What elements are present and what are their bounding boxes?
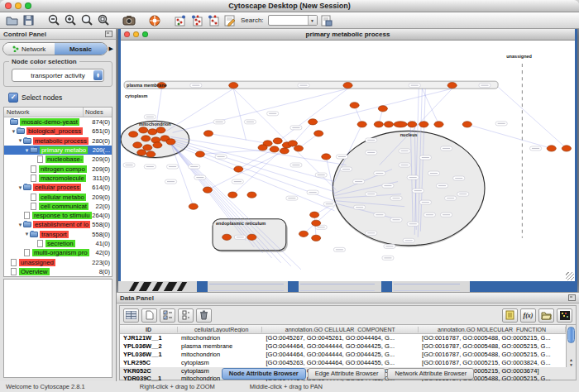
tree-row[interactable]: cellular metabo209(0) — [4, 192, 112, 201]
tree-row[interactable]: ▼metabolic process280(0) — [4, 136, 112, 146]
tree-row[interactable]: unassigned223(0) — [4, 257, 112, 266]
import-attributes-icon[interactable] — [538, 308, 554, 323]
attribute-grid-icon[interactable] — [123, 308, 139, 323]
network-window-titlebar[interactable]: primary metabolic process — [121, 29, 575, 41]
cytoplasm-label: cytoplasm — [125, 93, 147, 98]
expand-network-icon[interactable] — [173, 14, 188, 27]
save-icon[interactable] — [21, 14, 36, 27]
expand-arrow-icon[interactable]: ▼ — [24, 232, 30, 237]
help-ring-icon[interactable] — [147, 14, 162, 27]
unselect-attributes-icon[interactable] — [178, 308, 194, 323]
tree-row[interactable]: response to stimulu264(0) — [4, 211, 112, 220]
function-builder-icon[interactable]: f(x) — [520, 308, 536, 323]
tree-row[interactable]: ▼primary metabo209(... — [4, 146, 112, 155]
scrollbar-thumb[interactable] — [567, 327, 575, 343]
scrollbar-arrows[interactable]: ▲▼ — [567, 357, 576, 367]
table-row[interactable]: YJR121W__1mitochondrion[GO:0045267, GO:0… — [120, 334, 566, 342]
tree-row[interactable]: mosaic-demo-yeast874(0) — [4, 117, 112, 127]
tab-node-attribute-browser[interactable]: Node Attribute Browser — [222, 368, 306, 380]
column-header[interactable]: annotation.GO CELLULAR_COMPONENT — [262, 327, 419, 332]
column-header[interactable]: _cellularLayoutRegion — [178, 327, 262, 332]
titlebar[interactable]: Cytoscape Desktop (New Session) — [0, 0, 579, 12]
close-window-icon[interactable] — [5, 2, 12, 9]
zoom-window-icon[interactable] — [25, 2, 31, 9]
table-cell: YJR121W__1 — [120, 334, 178, 342]
tree-row[interactable]: ▼establishment of lo558(0) — [4, 220, 112, 229]
table-row[interactable]: YPL036W__2plasma membrane[GO:0044464, GO… — [120, 342, 566, 351]
status-zoom-hint: Right-click + drag to ZOOM — [140, 383, 215, 390]
tree-item-label: cellular process — [33, 184, 81, 191]
frame-zoom-icon[interactable] — [142, 31, 148, 37]
zoom-in-icon[interactable] — [63, 14, 78, 27]
snapshot-icon[interactable] — [122, 14, 136, 27]
tree-row[interactable]: nucleobase-209(0) — [4, 155, 112, 164]
tree-col-network[interactable]: Network — [4, 108, 84, 117]
float-data-panel-icon[interactable] — [568, 294, 576, 301]
notepad-icon[interactable] — [502, 308, 518, 323]
matrix-icon[interactable] — [557, 308, 572, 323]
table-scrollbar[interactable]: ▲▼ — [566, 325, 576, 367]
background-windows-strip — [118, 281, 577, 292]
tree-row[interactable]: secretion41(0) — [4, 239, 112, 248]
network-window[interactable]: primary metabolic process plasma membran… — [118, 29, 577, 284]
tree-row[interactable]: multi-organism pro42(0) — [4, 248, 112, 257]
zoom-selected-icon[interactable] — [79, 14, 94, 27]
frame-close-icon[interactable] — [124, 31, 130, 37]
tree-row[interactable]: Overview8(0) — [4, 267, 112, 276]
node-color-dropdown[interactable]: transporter activity ▲▼ — [12, 69, 104, 82]
table-row[interactable]: YPL036W__1mitochondrion[GO:0044464, GO:0… — [120, 351, 566, 359]
tree-row[interactable]: ▼transport558(0) — [4, 230, 112, 239]
tree-item-count: 280(0) — [92, 137, 110, 145]
background-window-corner[interactable] — [288, 281, 299, 292]
expand-arrow-icon[interactable]: ▼ — [17, 185, 23, 190]
tab-network-attribute-browser[interactable]: Network Attribute Browser — [387, 368, 474, 380]
new-attribute-icon[interactable] — [141, 308, 157, 323]
expand-arrow-icon[interactable]: ▼ — [24, 148, 30, 153]
tree-col-nodes[interactable]: Nodes — [84, 108, 112, 117]
select-attributes-icon[interactable] — [160, 308, 175, 323]
birdseye-view[interactable] — [3, 279, 112, 378]
background-window-corner[interactable] — [197, 281, 208, 292]
tab-network[interactable]: Network — [3, 43, 55, 55]
open-icon[interactable] — [4, 14, 19, 27]
expand-arrow-icon[interactable]: ▼ — [17, 138, 23, 143]
search-dropdown-icon[interactable]: ▼ — [308, 16, 317, 25]
tab-edge-attribute-browser[interactable]: Edge Attribute Browser — [308, 368, 386, 380]
tab-overflow-icon[interactable]: ▶ — [109, 45, 113, 52]
background-window-corner[interactable] — [381, 281, 392, 292]
window-controls[interactable] — [5, 2, 31, 9]
column-header[interactable]: ID — [120, 327, 178, 332]
tree-item-label: macromolecule — [39, 174, 86, 182]
table-cell: plasma membrane — [178, 342, 262, 350]
zoom-out-icon[interactable] — [46, 14, 61, 27]
tree-row[interactable]: ▼biological_process651(0) — [4, 127, 112, 136]
network-canvas[interactable]: plasma membranecytoplasmmitochondrionnuc… — [121, 41, 575, 281]
table-row[interactable]: YLR295Ccytoplasm[GO:0045263, GO:0044464,… — [120, 358, 566, 366]
vizmapper-icon[interactable] — [319, 14, 334, 27]
tree-row[interactable]: nitrogen compo209(0) — [4, 164, 112, 173]
delete-attribute-icon[interactable] — [196, 308, 212, 323]
expand-arrow-icon[interactable]: ▼ — [17, 222, 23, 227]
tab-mosaic[interactable]: Mosaic — [55, 43, 106, 55]
search-input[interactable]: ▼ — [268, 15, 318, 26]
network-nodes-icon[interactable] — [189, 14, 204, 27]
zoom-fit-icon[interactable] — [96, 14, 111, 27]
expand-arrow-icon[interactable]: ▼ — [11, 129, 17, 134]
column-header[interactable]: annotation.GO MOLECULAR_FUNCTION — [419, 327, 566, 332]
tree-row[interactable]: ▼cellular process614(0) — [4, 183, 112, 192]
tree-row[interactable]: cell communicat22(0) — [4, 202, 112, 211]
minimize-window-icon[interactable] — [15, 2, 22, 9]
network-edges-icon[interactable] — [206, 14, 221, 27]
resize-grip[interactable] — [566, 272, 574, 280]
select-nodes-checkbox[interactable]: ✓ — [8, 93, 18, 103]
float-panel-icon[interactable] — [105, 31, 112, 37]
network-window-controls[interactable] — [124, 31, 148, 37]
tree-item-count: 311(0) — [93, 174, 110, 182]
frame-minimize-icon[interactable] — [133, 31, 139, 37]
attribute-table: ID_cellularLayoutRegionannotation.GO CEL… — [120, 325, 566, 367]
control-panel: Control Panel Network Mosaic ▶ Node colo… — [0, 29, 117, 381]
table-cell: cytoplasm — [178, 359, 262, 366]
background-window-edge[interactable] — [470, 281, 577, 292]
tree-row[interactable]: macromolecule311(0) — [4, 174, 112, 183]
annotation-icon[interactable] — [223, 14, 237, 27]
